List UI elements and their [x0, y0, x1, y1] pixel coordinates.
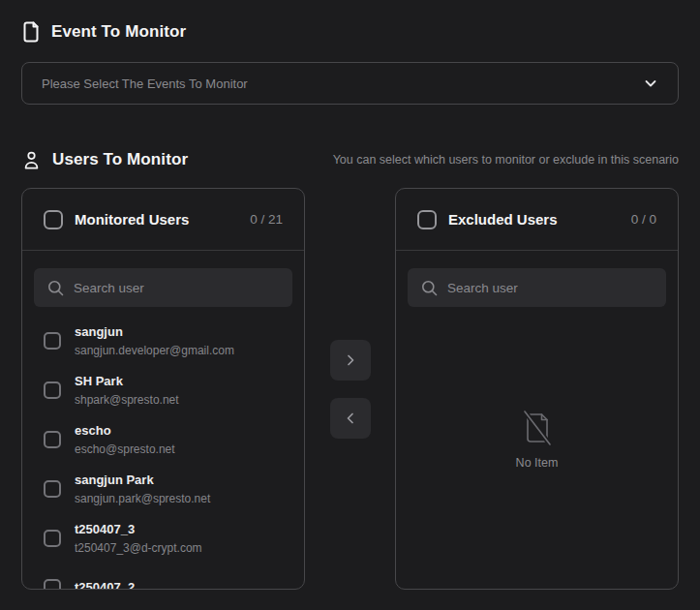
- user-info: t250407_3t250407_3@d-crypt.com: [75, 522, 202, 555]
- excluded-users-title: Excluded Users: [448, 211, 558, 228]
- excluded-search-input[interactable]: [447, 281, 653, 295]
- move-to-monitored-button[interactable]: [330, 398, 371, 439]
- no-item-icon: [521, 410, 554, 446]
- event-section-title: Event To Monitor: [51, 22, 186, 42]
- excluded-empty-text: No Item: [516, 456, 559, 470]
- user-name: escho: [75, 423, 175, 439]
- user-checkbox[interactable]: [44, 431, 61, 448]
- monitored-user-list[interactable]: sangjunsangjun.developer@gmail.comSH Par…: [22, 307, 304, 589]
- user-info: t250407_2: [75, 580, 135, 589]
- monitored-users-count: 0 / 21: [250, 212, 283, 227]
- user-name: SH Park: [75, 374, 179, 389]
- monitored-select-all-checkbox[interactable]: [44, 210, 63, 229]
- user-email: escho@spresto.net: [75, 442, 175, 456]
- monitored-search-box[interactable]: [34, 268, 292, 307]
- user-name: sangjun: [75, 324, 234, 340]
- scenario-config-page: Event To Monitor Please Select The Event…: [0, 0, 700, 590]
- user-row[interactable]: sangjunsangjun.developer@gmail.com: [44, 322, 283, 359]
- user-email: t250407_3@d-crypt.com: [75, 541, 202, 555]
- user-checkbox[interactable]: [44, 332, 61, 350]
- monitored-users-panel: Monitored Users 0 / 21 sangjunsangjun.de…: [21, 188, 305, 590]
- monitored-users-title: Monitored Users: [75, 211, 189, 228]
- user-row[interactable]: t250407_3t250407_3@d-crypt.com: [44, 520, 283, 557]
- user-email: sangjun.park@spresto.net: [75, 492, 210, 505]
- user-email: sangjun.developer@gmail.com: [75, 344, 234, 357]
- event-select-dropdown[interactable]: Please Select The Events To Monitor: [21, 62, 679, 105]
- user-info: SH Parkshpark@spresto.net: [75, 374, 179, 407]
- user-checkbox[interactable]: [44, 480, 61, 498]
- event-select-placeholder: Please Select The Events To Monitor: [42, 76, 643, 91]
- users-section-header: Users To Monitor You can select which us…: [21, 147, 679, 172]
- excluded-users-panel: Excluded Users 0 / 0: [395, 188, 679, 590]
- move-to-excluded-button[interactable]: [330, 340, 371, 381]
- user-row[interactable]: sangjun Parksangjun.park@spresto.net: [44, 471, 283, 507]
- document-icon: [21, 21, 41, 43]
- user-transfer-panels: Monitored Users 0 / 21 sangjunsangjun.de…: [21, 188, 679, 590]
- user-info: sangjun Parksangjun.park@spresto.net: [75, 473, 210, 505]
- users-section-title: Users To Monitor: [52, 150, 188, 169]
- user-row[interactable]: SH Parkshpark@spresto.net: [44, 372, 283, 409]
- users-section-title-group: Users To Monitor: [21, 147, 188, 172]
- user-info: sangjunsangjun.developer@gmail.com: [75, 324, 234, 357]
- user-name: t250407_3: [75, 522, 202, 537]
- user-icon: [21, 149, 42, 170]
- user-row[interactable]: eschoescho@spresto.net: [44, 421, 283, 458]
- search-icon: [421, 280, 438, 296]
- event-section-header: Event To Monitor: [21, 19, 679, 45]
- users-section-helper-text: You can select which users to monitor or…: [333, 153, 679, 167]
- monitored-search-input[interactable]: [74, 281, 279, 295]
- user-checkbox[interactable]: [44, 579, 61, 589]
- chevron-down-icon: [643, 76, 658, 91]
- monitored-users-header: Monitored Users 0 / 21: [22, 189, 304, 251]
- chevron-right-icon: [344, 353, 357, 367]
- excluded-users-count: 0 / 0: [631, 212, 656, 227]
- excluded-users-header: Excluded Users 0 / 0: [396, 189, 678, 251]
- search-icon: [47, 280, 64, 296]
- excluded-search-box[interactable]: [408, 268, 666, 307]
- user-checkbox[interactable]: [44, 381, 61, 399]
- transfer-buttons: [305, 188, 395, 590]
- user-info: eschoescho@spresto.net: [75, 423, 175, 456]
- user-name: sangjun Park: [75, 473, 210, 488]
- user-email: shpark@spresto.net: [75, 393, 179, 407]
- user-checkbox[interactable]: [44, 530, 61, 547]
- chevron-left-icon: [344, 412, 357, 425]
- user-name: t250407_2: [75, 580, 135, 589]
- excluded-select-all-checkbox[interactable]: [417, 210, 437, 229]
- user-row[interactable]: t250407_2: [44, 569, 283, 589]
- excluded-empty-state: No Item: [396, 307, 678, 589]
